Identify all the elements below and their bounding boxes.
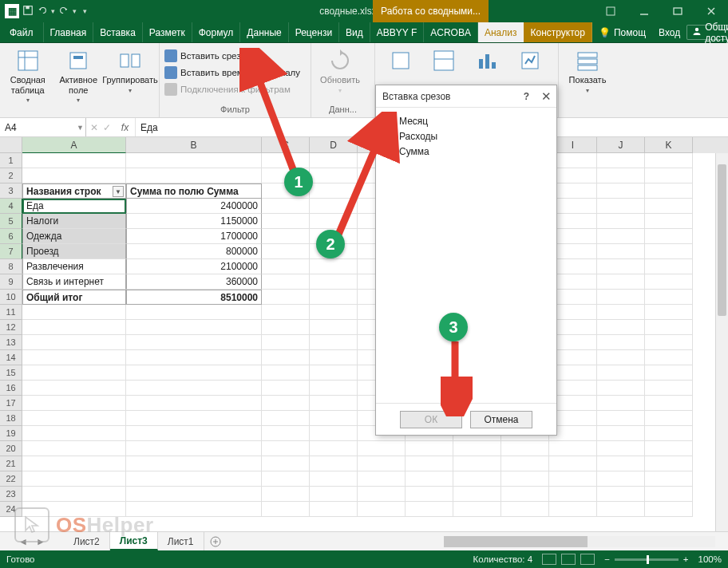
cell[interactable] (358, 471, 406, 487)
cell[interactable] (597, 229, 645, 244)
row-header[interactable]: 7 (0, 244, 22, 259)
cell[interactable] (22, 441, 126, 456)
checkbox-icon[interactable] (384, 132, 394, 142)
row-header[interactable]: 5 (0, 214, 22, 229)
tab-acrobat[interactable]: ACROBA (424, 22, 478, 42)
cell[interactable] (501, 502, 549, 517)
cell[interactable] (310, 471, 358, 487)
tab-data[interactable]: Данные (240, 22, 288, 42)
cell[interactable] (126, 335, 262, 350)
qat-customize-icon[interactable]: ▾ (83, 7, 87, 15)
cell[interactable] (597, 274, 645, 290)
close-button[interactable] (694, 0, 728, 22)
cell[interactable] (597, 411, 645, 426)
redo-icon[interactable] (58, 5, 69, 18)
row-header[interactable]: 11 (0, 305, 22, 320)
cell[interactable] (645, 183, 693, 199)
cell[interactable] (310, 335, 358, 350)
row-header[interactable]: 6 (0, 229, 22, 244)
cell[interactable] (126, 411, 262, 426)
cell[interactable]: 8510000 (126, 290, 262, 305)
cell[interactable] (549, 502, 597, 517)
cell[interactable] (597, 259, 645, 274)
cell[interactable] (310, 381, 358, 396)
cell[interactable]: 1700000 (126, 229, 262, 244)
select-all-corner[interactable] (0, 137, 22, 153)
cell[interactable] (310, 214, 358, 229)
slicer-option[interactable]: Расходы (384, 131, 548, 142)
cell[interactable] (597, 426, 645, 441)
cell[interactable] (597, 441, 645, 456)
cell[interactable] (22, 487, 126, 502)
cell[interactable] (262, 441, 310, 456)
row-header[interactable]: 13 (0, 335, 22, 350)
cell[interactable] (406, 487, 453, 502)
cell[interactable] (645, 274, 693, 290)
cell[interactable] (597, 365, 645, 381)
cell[interactable] (549, 471, 597, 487)
col-header-A[interactable]: A (22, 137, 126, 153)
cell[interactable] (597, 335, 645, 350)
cell[interactable] (262, 244, 310, 259)
cell[interactable] (310, 426, 358, 441)
cell[interactable] (406, 441, 453, 456)
cell[interactable] (645, 259, 693, 274)
cell[interactable] (126, 471, 262, 487)
cell[interactable] (22, 305, 126, 320)
cell[interactable] (597, 168, 645, 183)
cell[interactable] (126, 305, 262, 320)
cell[interactable] (597, 471, 645, 487)
zoom-in-icon[interactable]: + (683, 554, 689, 564)
row-header[interactable]: 8 (0, 259, 22, 274)
zoom-out-icon[interactable]: − (604, 554, 610, 564)
cell[interactable] (262, 365, 310, 381)
cell[interactable] (262, 274, 310, 290)
cell[interactable] (262, 471, 310, 487)
cell[interactable]: Названия строк▼ (22, 183, 126, 199)
cell[interactable] (310, 305, 358, 320)
cell[interactable] (597, 381, 645, 396)
tab-abbyy[interactable]: ABBYY F (370, 22, 424, 42)
cell[interactable] (22, 335, 126, 350)
ribbon-options-icon[interactable] (594, 0, 627, 22)
row-header[interactable]: 1 (0, 153, 22, 168)
tab-view[interactable]: Вид (339, 22, 370, 42)
tab-design[interactable]: Конструктор (524, 22, 592, 42)
tab-formulas[interactable]: Формул (192, 22, 241, 42)
cell[interactable] (310, 396, 358, 411)
insert-timeline-button[interactable]: Вставить временну́ю шкалу (164, 65, 300, 80)
maximize-button[interactable] (661, 0, 694, 22)
cell[interactable] (126, 350, 262, 365)
cell[interactable] (126, 426, 262, 441)
cell[interactable] (358, 502, 406, 517)
cell[interactable] (549, 456, 597, 471)
row-header[interactable]: 3 (0, 183, 22, 199)
cell[interactable] (453, 502, 501, 517)
cell[interactable] (358, 487, 406, 502)
view-switcher[interactable] (542, 554, 595, 565)
cell[interactable] (126, 365, 262, 381)
row-header[interactable]: 14 (0, 350, 22, 365)
cell[interactable]: Связь и интернет (22, 274, 126, 290)
cell[interactable] (310, 274, 358, 290)
cell[interactable] (22, 153, 126, 168)
cell[interactable] (262, 199, 310, 214)
cell[interactable] (310, 487, 358, 502)
page-layout-view-icon[interactable] (561, 554, 576, 565)
cell[interactable] (310, 350, 358, 365)
refresh-button[interactable]: Обновить ▾ (316, 46, 364, 94)
cell[interactable] (597, 320, 645, 335)
cell[interactable]: 2400000 (126, 199, 262, 214)
page-break-view-icon[interactable] (580, 554, 595, 565)
cell[interactable] (310, 153, 358, 168)
cell[interactable] (262, 290, 310, 305)
sheet-tab[interactable]: Лист1 (158, 532, 204, 550)
row-header[interactable]: 17 (0, 396, 22, 411)
chevron-down-icon[interactable]: ▼ (77, 124, 84, 132)
cell[interactable] (453, 487, 501, 502)
horizontal-scrollbar[interactable] (227, 532, 728, 550)
cell[interactable] (645, 244, 693, 259)
cell[interactable]: Проезд (22, 244, 126, 259)
cell[interactable] (22, 168, 126, 183)
cell[interactable] (597, 214, 645, 229)
